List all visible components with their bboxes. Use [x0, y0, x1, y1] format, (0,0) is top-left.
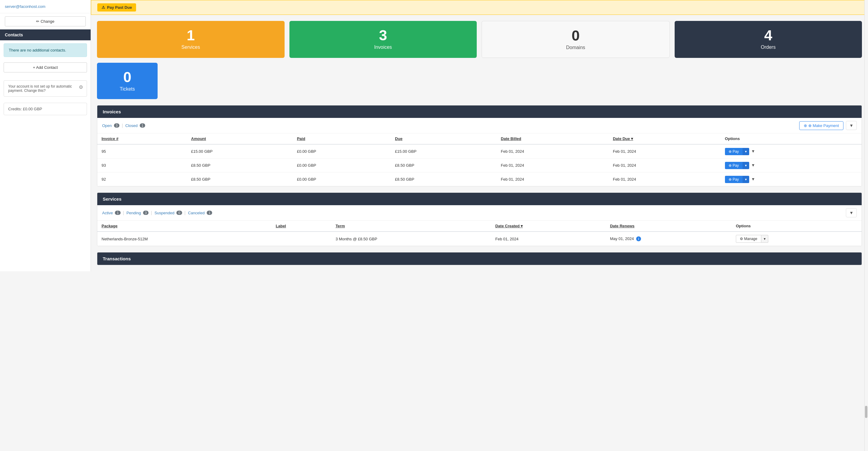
domains-label: Domains: [488, 45, 663, 50]
col-package-link[interactable]: Package: [101, 224, 118, 228]
expand-button-93[interactable]: ▾: [750, 161, 756, 169]
col-date-due-link[interactable]: Date Due ▾: [613, 137, 633, 141]
col-invoice-num: Invoice #: [97, 133, 187, 144]
autopay-notice: Your account is not set up for automatic…: [4, 80, 87, 97]
col-due-link[interactable]: Due: [395, 137, 402, 141]
expand-button-95[interactable]: ▾: [750, 148, 756, 155]
manage-group: ⚙ Manage ▾: [736, 235, 768, 243]
invoices-filter-button[interactable]: ▼: [846, 121, 857, 130]
contacts-header: Contacts: [0, 29, 91, 40]
col-date-created: Date Created ▾: [491, 221, 606, 232]
col-term-link[interactable]: Term: [336, 224, 345, 228]
invoice-due-95: £15.00 GBP: [391, 144, 496, 158]
pay-past-due-banner: ⚠ Pay Past Due: [91, 0, 868, 15]
table-row: 95 £15.00 GBP £0.00 GBP £15.00 GBP Feb 0…: [97, 144, 862, 158]
manage-button[interactable]: ⚙ Manage: [736, 235, 761, 243]
pay-dropdown-92[interactable]: ▾: [743, 176, 749, 183]
pay-dropdown-95[interactable]: ▾: [743, 148, 749, 155]
make-payment-label: ⊕ Make Payment: [808, 123, 839, 128]
stat-card-invoices[interactable]: 3 Invoices: [289, 21, 477, 58]
tab-suspended[interactable]: Suspended: [155, 211, 175, 215]
col-due: Due: [391, 133, 496, 144]
invoice-amount-93: £8.50 GBP: [187, 158, 293, 173]
invoice-num-95: 95: [97, 144, 187, 158]
credits-box: Credits: £0.00 GBP: [4, 103, 87, 115]
pay-button-92[interactable]: ⊕ Pay: [725, 176, 743, 183]
sidebar-email: server@faconhost.com: [0, 0, 91, 13]
col-invoice-link[interactable]: Invoice #: [101, 137, 119, 141]
tab-separator-1: |: [122, 123, 123, 128]
invoices-section-header: Invoices: [97, 106, 862, 118]
invoice-date-due-95: Feb 01, 2024: [609, 144, 721, 158]
services-section: Services Active 1 | Pending 3 | Suspende…: [97, 192, 862, 246]
table-row: 92 £8.50 GBP £0.00 GBP £8.50 GBP Feb 01,…: [97, 173, 862, 186]
orders-count: 4: [681, 28, 856, 43]
tickets-label: Tickets: [103, 86, 152, 92]
col-label: Label: [272, 221, 331, 232]
scrollbar[interactable]: [864, 0, 868, 271]
invoices-tab-bar: Open 3 | Closed 1 ⊕ ⊕ Make Payment ▼: [97, 118, 862, 133]
col-package: Package: [97, 221, 272, 232]
stat-card-tickets[interactable]: 0 Tickets: [97, 63, 158, 99]
col-label-link[interactable]: Label: [276, 224, 286, 228]
autopay-text: Your account is not set up for automatic…: [8, 84, 72, 93]
invoice-due-92: £8.50 GBP: [391, 173, 496, 186]
tab-closed-badge: 1: [140, 123, 145, 128]
services-filter-icon: ▼: [849, 210, 854, 215]
table-row: 93 £8.50 GBP £0.00 GBP £8.50 GBP Feb 01,…: [97, 158, 862, 173]
col-date-billed-link[interactable]: Date Billed: [501, 137, 521, 141]
domains-count: 0: [488, 29, 663, 43]
svc-date-renews: May 01, 2024 i: [606, 232, 732, 246]
services-filter-button[interactable]: ▼: [846, 208, 857, 217]
filter-icon: ▼: [849, 123, 854, 128]
svc-date-created: Feb 01, 2024: [491, 232, 606, 246]
services-section-body: Active 1 | Pending 3 | Suspended 0 | Can…: [97, 205, 862, 246]
tab-closed[interactable]: Closed: [125, 123, 137, 128]
col-amount-link[interactable]: Amount: [191, 137, 206, 141]
pay-button-93[interactable]: ⊕ Pay: [725, 162, 743, 169]
tab-pending-badge: 3: [143, 211, 149, 215]
col-date-due: Date Due ▾: [609, 133, 721, 144]
invoice-paid-93: £0.00 GBP: [293, 158, 391, 173]
svc-label: [272, 232, 331, 246]
info-icon[interactable]: i: [636, 236, 641, 241]
services-section-header: Services: [97, 193, 862, 205]
pay-button-95[interactable]: ⊕ Pay: [725, 148, 743, 155]
pay-past-due-button[interactable]: ⚠ Pay Past Due: [97, 3, 136, 11]
col-amount: Amount: [187, 133, 293, 144]
manage-dropdown[interactable]: ▾: [761, 235, 768, 243]
svc-term: 3 Months @ £8.50 GBP: [331, 232, 491, 246]
make-payment-button[interactable]: ⊕ ⊕ Make Payment: [799, 121, 843, 130]
col-date-renews: Date Renews: [606, 221, 732, 232]
sidebar: server@faconhost.com ✏ Change Contacts T…: [0, 0, 91, 271]
tab-canceled[interactable]: Canceled: [188, 211, 205, 215]
stat-card-domains[interactable]: 0 Domains: [482, 21, 670, 58]
pay-group-95: ⊕ Pay ▾: [725, 148, 749, 155]
invoice-due-93: £8.50 GBP: [391, 158, 496, 173]
invoice-date-billed-95: Feb 01, 2024: [497, 144, 609, 158]
change-button[interactable]: ✏ Change: [5, 17, 86, 26]
col-date-renews-link[interactable]: Date Renews: [610, 224, 634, 228]
tab-pending[interactable]: Pending: [126, 211, 141, 215]
tab-suspended-badge: 0: [176, 211, 182, 215]
col-term: Term: [331, 221, 491, 232]
col-date-created-link[interactable]: Date Created ▾: [495, 224, 523, 228]
stat-card-services[interactable]: 1 Services: [97, 21, 285, 58]
plus-circle-icon: ⊕: [804, 123, 807, 128]
gear-icon[interactable]: ⚙: [79, 84, 83, 90]
expand-button-92[interactable]: ▾: [750, 176, 756, 182]
svc-separator-2: |: [151, 210, 152, 215]
invoice-date-due-92: Feb 01, 2024: [609, 173, 721, 186]
stat-card-orders[interactable]: 4 Orders: [675, 21, 862, 58]
col-paid-link[interactable]: Paid: [297, 137, 305, 141]
tab-open[interactable]: Open: [102, 123, 112, 128]
svc-options: ⚙ Manage ▾: [732, 232, 862, 246]
invoices-count: 3: [296, 28, 471, 43]
tab-active[interactable]: Active: [102, 211, 113, 215]
invoice-date-billed-92: Feb 01, 2024: [497, 173, 609, 186]
invoice-paid-95: £0.00 GBP: [293, 144, 391, 158]
warning-icon: ⚠: [101, 5, 105, 10]
svc-separator-3: |: [185, 210, 186, 215]
pay-dropdown-93[interactable]: ▾: [743, 162, 749, 169]
add-contact-button[interactable]: + Add Contact: [4, 62, 87, 72]
